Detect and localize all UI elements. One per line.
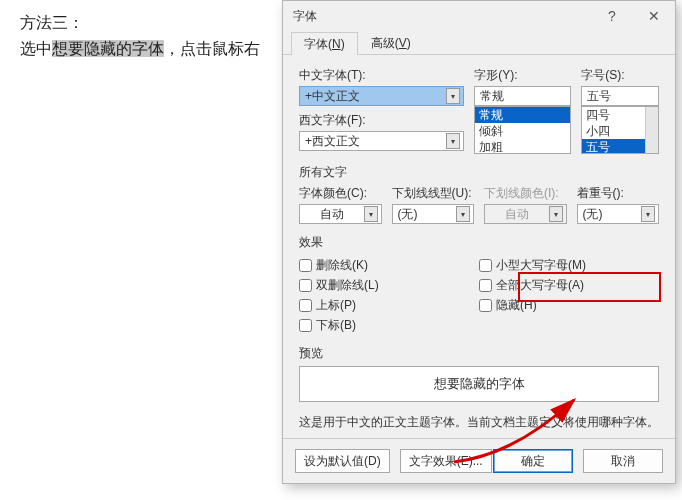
size-listbox[interactable]: 四号 小四 五号 (581, 106, 659, 154)
style-listbox[interactable]: 常规 倾斜 加粗 (474, 106, 571, 154)
text-effects-button[interactable]: 文字效果(E)... (400, 449, 492, 473)
bg-method-line: 方法三： (20, 14, 84, 31)
dialog-body: 中文字体(T): +中文正文 西文字体(F): +西文正文 字形(Y): 常规 … (283, 55, 675, 439)
effects-label: 效果 (299, 234, 659, 251)
ws-font-value: +西文正文 (305, 133, 360, 150)
cn-font-combo[interactable]: +中文正文 (299, 86, 464, 106)
ws-font-combo[interactable]: +西文正文 (299, 131, 464, 151)
underline-label: 下划线线型(U): (392, 185, 475, 202)
tabstrip: 字体(N) 高级(V) (283, 31, 675, 55)
cb-dstrike[interactable]: 双删除线(L) (299, 275, 479, 295)
ul-color-label: 下划线颜色(I): (484, 185, 567, 202)
preview-text: 想要隐藏的字体 (434, 375, 525, 393)
list-item[interactable]: 五号 (582, 139, 658, 154)
chevron-down-icon[interactable] (456, 206, 470, 222)
emphasis-label: 着重号(): (577, 185, 660, 202)
cb-superscript[interactable]: 上标(P) (299, 295, 479, 315)
chevron-down-icon (549, 206, 563, 222)
dialog-title: 字体 (293, 8, 591, 25)
tab-advanced[interactable]: 高级(V) (358, 31, 424, 54)
preview-desc: 这是用于中文的正文主题字体。当前文档主题定义将使用哪种字体。 (299, 414, 659, 431)
preview-box: 想要隐藏的字体 (299, 366, 659, 402)
underline-combo[interactable]: (无) (392, 204, 475, 224)
bg-l2-prefix: 选中 (20, 40, 52, 57)
cb-strike[interactable]: 删除线(K) (299, 255, 479, 275)
titlebar: 字体 ? ✕ (283, 1, 675, 31)
cb-allcaps[interactable]: 全部大写字母(A) (479, 275, 659, 295)
list-item[interactable]: 小四 (582, 123, 658, 139)
close-icon: ✕ (648, 8, 660, 24)
tab-font[interactable]: 字体(N) (291, 32, 358, 55)
list-item[interactable]: 常规 (475, 107, 570, 123)
cancel-button[interactable]: 取消 (583, 449, 663, 473)
style-label: 字形(Y): (474, 67, 571, 84)
help-icon: ? (608, 8, 616, 24)
bg-l2-suffix: ，点击鼠标右 (164, 40, 260, 57)
chevron-down-icon[interactable] (446, 133, 460, 149)
style-input[interactable]: 常规 (474, 86, 571, 106)
cn-font-value: +中文正文 (305, 88, 360, 105)
cb-subscript[interactable]: 下标(B) (299, 315, 479, 335)
list-item[interactable]: 四号 (582, 107, 658, 123)
font-color-label: 字体颜色(C): (299, 185, 382, 202)
chevron-down-icon[interactable] (364, 206, 378, 222)
ok-button[interactable]: 确定 (493, 449, 573, 473)
preview-label: 预览 (299, 345, 659, 362)
chevron-down-icon[interactable] (641, 206, 655, 222)
size-label: 字号(S): (581, 67, 659, 84)
background-text: 方法三： 选中想要隐藏的字体，点击鼠标右 (20, 10, 260, 61)
cn-font-label: 中文字体(T): (299, 67, 464, 84)
cb-hidden[interactable]: 隐藏(H) (479, 295, 659, 315)
dialog-footer: 设为默认值(D) 文字效果(E)... 确定 取消 (283, 438, 675, 483)
ul-color-combo: 自动 (484, 204, 567, 224)
all-text-label: 所有文字 (299, 164, 659, 181)
help-button[interactable]: ? (591, 1, 633, 31)
font-color-combo[interactable]: 自动 (299, 204, 382, 224)
close-button[interactable]: ✕ (633, 1, 675, 31)
list-item[interactable]: 加粗 (475, 139, 570, 155)
bg-l2-hl: 想要隐藏的字体 (52, 40, 164, 57)
emphasis-combo[interactable]: (无) (577, 204, 660, 224)
size-input[interactable]: 五号 (581, 86, 659, 106)
ws-font-label: 西文字体(F): (299, 112, 464, 129)
cb-smallcaps[interactable]: 小型大写字母(M) (479, 255, 659, 275)
chevron-down-icon[interactable] (446, 88, 460, 104)
set-default-button[interactable]: 设为默认值(D) (295, 449, 390, 473)
list-item[interactable]: 倾斜 (475, 123, 570, 139)
font-dialog: 字体 ? ✕ 字体(N) 高级(V) 中文字体(T): +中文正文 西文字体(F… (282, 0, 676, 484)
